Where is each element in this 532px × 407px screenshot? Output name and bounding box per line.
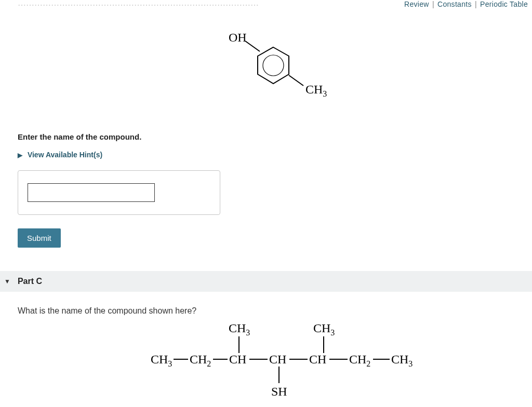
answer-container — [18, 170, 220, 215]
constants-link[interactable]: Constants — [437, 0, 472, 8]
separator: | — [432, 0, 434, 8]
svg-text:SH: SH — [271, 385, 287, 398]
partc-title: Part C — [18, 277, 42, 286]
svg-text:CH: CH — [269, 352, 286, 366]
svg-text:CH: CH — [229, 352, 246, 366]
caret-down-icon: ▼ — [4, 278, 10, 285]
partb-question-cutoff: ⋯⋯⋯⋯⋯⋯⋯⋯⋯⋯⋯⋯⋯⋯⋯⋯⋯⋯⋯⋯⋯⋯⋯⋯⋯⋯⋯⋯⋯ — [18, 0, 259, 10]
svg-text:CH3: CH3 — [391, 352, 413, 368]
svg-point-2 — [263, 55, 284, 76]
svg-text:CH3: CH3 — [313, 321, 335, 337]
svg-text:CH2: CH2 — [349, 352, 370, 368]
partb-prompt: Enter the name of the compound. — [18, 132, 141, 141]
view-hints-toggle[interactable]: ▶ View Available Hint(s) — [18, 151, 102, 159]
submit-button[interactable]: Submit — [18, 228, 61, 248]
partc-question: What is the name of the compound shown h… — [18, 306, 196, 316]
review-link[interactable]: Review — [404, 0, 429, 8]
partb-chemical-structure: OH CH3 — [223, 29, 338, 114]
svg-text:CH3: CH3 — [151, 352, 172, 368]
label-oh: OH — [229, 31, 247, 44]
hints-label: View Available Hint(s) — [28, 151, 102, 159]
svg-text:CH3: CH3 — [229, 321, 250, 337]
separator: | — [475, 0, 477, 8]
svg-text:CH: CH — [309, 352, 326, 366]
partc-chemical-structure: CH3 CH3 CH3 CH2 CH CH CH CH2 — [151, 321, 462, 406]
label-ch3: CH3 — [305, 83, 327, 98]
compound-name-input[interactable] — [28, 183, 155, 202]
svg-marker-1 — [258, 47, 289, 84]
resource-links: Review | Constants | Periodic Table — [404, 0, 528, 8]
svg-line-3 — [289, 75, 303, 86]
svg-line-0 — [245, 41, 260, 51]
caret-right-icon: ▶ — [18, 152, 22, 159]
svg-text:CH2: CH2 — [190, 352, 211, 368]
partc-header-bar[interactable]: ▼ Part C — [0, 271, 532, 292]
periodic-table-link[interactable]: Periodic Table — [480, 0, 528, 8]
